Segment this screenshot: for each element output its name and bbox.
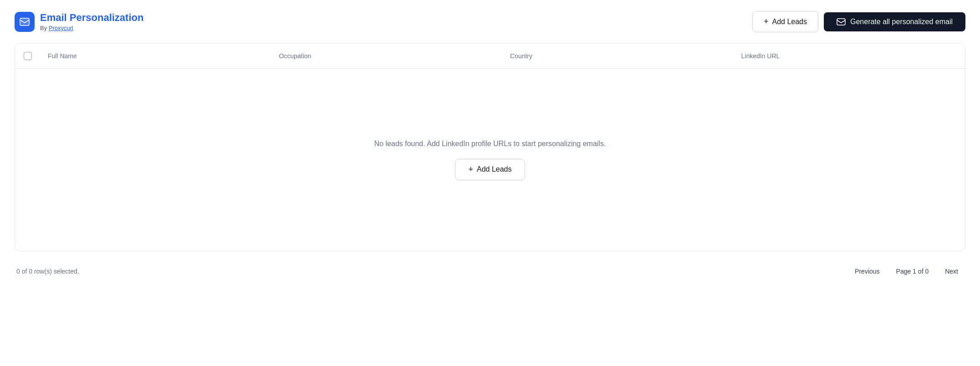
add-leads-header-label: Add Leads — [772, 18, 807, 26]
add-leads-inline-label: Add Leads — [477, 165, 512, 173]
table-footer: 0 of 0 row(s) selected. Previous Page 1 … — [15, 259, 965, 284]
plus-icon-inline: + — [468, 165, 473, 174]
page-info: Page 1 of 0 — [896, 268, 929, 275]
next-button[interactable]: Next — [939, 264, 964, 279]
column-header-full-name: Full Name — [41, 44, 272, 68]
previous-button[interactable]: Previous — [849, 264, 885, 279]
email-icon — [837, 18, 846, 25]
proxycurl-link[interactable]: Proxycurl — [49, 25, 73, 31]
add-leads-inline-button[interactable]: + Add Leads — [455, 159, 525, 180]
svg-rect-0 — [20, 18, 29, 25]
generate-email-button[interactable]: Generate all personalized email — [824, 12, 965, 31]
select-all-checkbox-cell[interactable] — [15, 44, 41, 68]
app-title-group: Email Personalization By Proxycurl — [40, 12, 143, 31]
svg-rect-1 — [837, 19, 845, 25]
app-branding: Email Personalization By Proxycurl — [15, 12, 143, 32]
column-header-linkedin-url: LinkedIn URL — [734, 44, 965, 68]
plus-icon: + — [764, 17, 769, 26]
table-body-empty: No leads found. Add LinkedIn profile URL… — [15, 69, 965, 251]
header-actions: + Add Leads Generate all personalized em… — [752, 11, 965, 32]
generate-button-label: Generate all personalized email — [850, 18, 953, 26]
pagination-controls: Previous Page 1 of 0 Next — [849, 264, 964, 279]
app-header: Email Personalization By Proxycurl + Add… — [15, 11, 965, 32]
app-title: Email Personalization — [40, 12, 143, 24]
select-all-checkbox[interactable] — [24, 52, 32, 60]
add-leads-header-button[interactable]: + Add Leads — [752, 11, 818, 32]
leads-table: Full Name Occupation Country LinkedIn UR… — [15, 43, 965, 251]
table-header: Full Name Occupation Country LinkedIn UR… — [15, 44, 965, 69]
empty-state-message: No leads found. Add LinkedIn profile URL… — [374, 140, 606, 148]
app-subtitle: By Proxycurl — [40, 25, 143, 31]
column-header-occupation: Occupation — [272, 44, 503, 68]
selection-info: 0 of 0 row(s) selected. — [16, 268, 79, 275]
column-header-country: Country — [503, 44, 734, 68]
app-logo — [15, 12, 35, 32]
